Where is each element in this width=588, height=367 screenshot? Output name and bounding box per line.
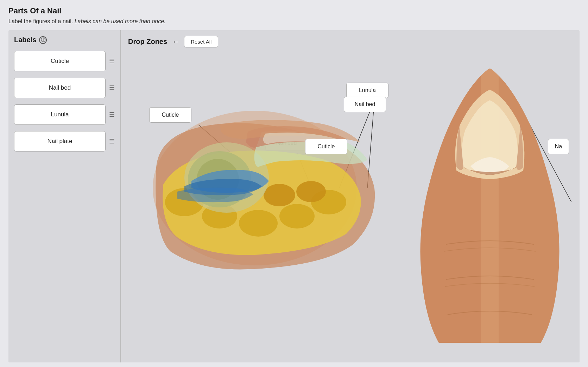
label-nail-plate[interactable]: Nail plate — [14, 131, 106, 152]
drop-label-nail-partial[interactable]: Na — [548, 139, 569, 154]
list-icon-nail-plate[interactable]: ☰ — [109, 137, 115, 145]
dropzone-title: Drop Zones — [128, 38, 167, 46]
dropzone-content: Cuticle Nail bed Lunula — [128, 54, 573, 357]
finger-top-view — [411, 54, 573, 343]
dropzone-panel: Drop Zones ← Reset All — [121, 30, 580, 362]
svg-point-10 — [239, 210, 278, 237]
labels-panel: Labels ⓘ Cuticle ☰ Nail bed ☰ Lunula ☰ N… — [8, 30, 121, 362]
label-item-nail-plate: Nail plate ☰ — [14, 131, 115, 152]
label-item-cuticle: Cuticle ☰ — [14, 51, 115, 71]
reset-all-button[interactable]: Reset All — [184, 36, 218, 47]
dropzone-header: Drop Zones ← Reset All — [128, 36, 573, 47]
list-icon-lunula[interactable]: ☰ — [109, 111, 115, 118]
label-lunula[interactable]: Lunula — [14, 104, 106, 125]
nail-cross-section — [149, 97, 381, 294]
label-nail-bed[interactable]: Nail bed — [14, 78, 106, 98]
labels-title: Labels — [14, 36, 36, 44]
drop-label-cuticle-right[interactable]: Cuticle — [305, 139, 347, 154]
list-icon-nail-bed[interactable]: ☰ — [109, 84, 115, 92]
label-item-nail-bed: Nail bed ☰ — [14, 78, 115, 98]
page-subtitle: Label the figures of a nail. Labels can … — [8, 18, 580, 25]
list-icon-cuticle[interactable]: ☰ — [109, 57, 115, 65]
label-item-lunula: Lunula ☰ — [14, 104, 115, 125]
label-cuticle[interactable]: Cuticle — [14, 51, 106, 71]
svg-point-15 — [296, 181, 326, 202]
svg-point-14 — [264, 184, 295, 206]
arrow-left-icon[interactable]: ← — [172, 38, 179, 46]
svg-point-11 — [279, 204, 315, 228]
labels-header: Labels ⓘ — [14, 36, 115, 44]
drop-label-nail-bed-right[interactable]: Nail bed — [344, 97, 386, 112]
drop-label-lunula-top[interactable]: Lunula — [346, 83, 388, 98]
bottom-nav: ‹ Prev 38 of 45 ⊞ Next › — [8, 362, 580, 367]
page-title: Parts Of a Nail — [8, 6, 580, 15]
info-icon[interactable]: ⓘ — [39, 36, 47, 44]
